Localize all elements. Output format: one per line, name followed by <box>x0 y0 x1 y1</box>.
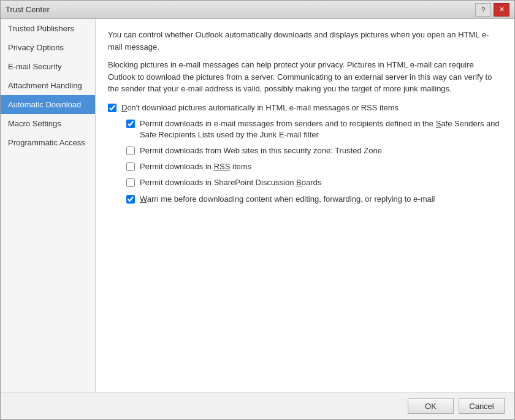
dialog-footer: OK Cancel <box>1 392 514 419</box>
sub-checkbox-row-2: Permit downloads from Web sites in this … <box>126 145 502 156</box>
permit-rss-label[interactable]: Permit downloads in RSS items <box>140 161 251 172</box>
description-2: Blocking pictures in e-mail messages can… <box>108 59 502 95</box>
sidebar-item-email-security[interactable]: E-mail Security <box>1 57 95 76</box>
title-bar: Trust Center ? ✕ <box>1 1 514 19</box>
permit-safe-senders-label[interactable]: Permit downloads in e-mail messages from… <box>140 118 502 140</box>
sub-checkbox-row-5: Warn me before downloading content when … <box>126 194 502 205</box>
sidebar-item-privacy-options[interactable]: Privacy Options <box>1 38 95 57</box>
sidebar-item-programmatic-access[interactable]: Programmatic Access <box>1 133 95 152</box>
title-bar-controls: ? ✕ <box>475 3 509 17</box>
permit-trusted-zone-label[interactable]: Permit downloads from Web sites in this … <box>140 145 382 156</box>
description-1: You can control whether Outlook automati… <box>108 29 502 53</box>
close-button[interactable]: ✕ <box>494 3 509 17</box>
checkbox-group: Don't download pictures automatically in… <box>108 102 502 205</box>
dont-download-label[interactable]: Don't download pictures automatically in… <box>121 102 399 113</box>
trust-center-dialog: Trust Center ? ✕ Trusted Publishers Priv… <box>0 0 515 420</box>
warn-before-download-label[interactable]: Warn me before downloading content when … <box>140 194 435 205</box>
permit-sharepoint-checkbox[interactable] <box>126 178 135 187</box>
title-bar-left: Trust Center <box>6 5 50 14</box>
dont-download-checkbox[interactable] <box>108 104 116 112</box>
sidebar-item-macro-settings[interactable]: Macro Settings <box>1 114 95 133</box>
permit-trusted-zone-checkbox[interactable] <box>126 147 135 155</box>
permit-rss-checkbox[interactable] <box>126 162 135 171</box>
sidebar-item-automatic-download[interactable]: Automatic Download <box>1 95 95 114</box>
cancel-button[interactable]: Cancel <box>459 398 505 414</box>
sidebar-item-trusted-publishers[interactable]: Trusted Publishers <box>1 19 95 38</box>
permit-safe-senders-checkbox[interactable] <box>126 120 135 128</box>
sidebar-item-attachment-handling[interactable]: Attachment Handling <box>1 76 95 95</box>
sidebar: Trusted Publishers Privacy Options E-mai… <box>1 19 96 392</box>
ok-button[interactable]: OK <box>408 398 454 414</box>
dialog-body: Trusted Publishers Privacy Options E-mai… <box>1 19 514 392</box>
dialog-title: Trust Center <box>6 5 50 14</box>
permit-sharepoint-label[interactable]: Permit downloads in SharePoint Discussio… <box>140 177 321 188</box>
help-button[interactable]: ? <box>475 3 491 17</box>
sub-checkbox-row-1: Permit downloads in e-mail messages from… <box>126 118 502 140</box>
sub-checkbox-row-4: Permit downloads in SharePoint Discussio… <box>126 177 502 188</box>
content-area: You can control whether Outlook automati… <box>96 19 514 392</box>
sub-checkbox-row-3: Permit downloads in RSS items <box>126 161 502 172</box>
warn-before-download-checkbox[interactable] <box>126 195 135 204</box>
main-checkbox-row: Don't download pictures automatically in… <box>108 102 502 113</box>
